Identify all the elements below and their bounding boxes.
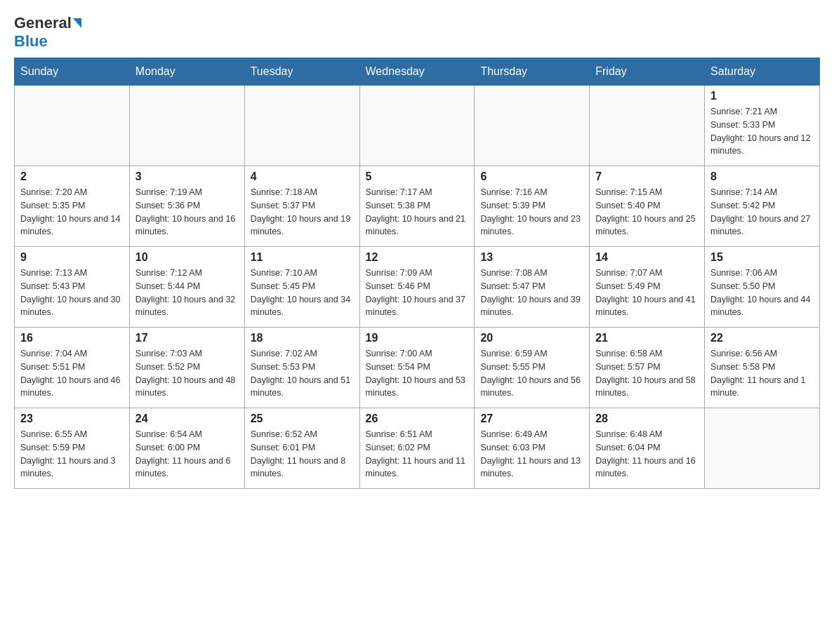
day-info: Sunrise: 7:04 AMSunset: 5:51 PMDaylight:… bbox=[20, 347, 124, 400]
day-number: 17 bbox=[135, 332, 239, 344]
column-header-monday: Monday bbox=[129, 58, 244, 86]
day-number: 12 bbox=[366, 251, 469, 264]
day-info: Sunrise: 6:59 AMSunset: 5:55 PMDaylight:… bbox=[480, 347, 583, 400]
calendar-cell: 19Sunrise: 7:00 AMSunset: 5:54 PMDayligh… bbox=[359, 328, 475, 408]
day-number: 8 bbox=[710, 170, 814, 183]
calendar-cell bbox=[705, 408, 820, 489]
day-info: Sunrise: 7:00 AMSunset: 5:54 PMDaylight:… bbox=[366, 347, 469, 400]
day-info: Sunrise: 6:55 AMSunset: 5:59 PMDaylight:… bbox=[20, 428, 124, 481]
logo-arrow-icon bbox=[73, 18, 81, 28]
day-info: Sunrise: 6:51 AMSunset: 6:02 PMDaylight:… bbox=[366, 428, 469, 481]
day-info: Sunrise: 7:06 AMSunset: 5:50 PMDaylight:… bbox=[710, 267, 814, 319]
day-number: 25 bbox=[251, 412, 354, 425]
day-number: 27 bbox=[480, 412, 583, 425]
day-number: 18 bbox=[251, 332, 354, 344]
calendar-cell bbox=[129, 86, 244, 166]
day-number: 10 bbox=[135, 251, 239, 264]
day-info: Sunrise: 7:03 AMSunset: 5:52 PMDaylight:… bbox=[135, 347, 239, 400]
day-info: Sunrise: 7:02 AMSunset: 5:53 PMDaylight:… bbox=[251, 347, 354, 400]
day-number: 19 bbox=[366, 332, 469, 344]
calendar-table: SundayMondayTuesdayWednesdayThursdayFrid… bbox=[14, 58, 820, 489]
day-number: 21 bbox=[595, 332, 699, 344]
day-number: 23 bbox=[20, 412, 124, 425]
calendar-cell: 18Sunrise: 7:02 AMSunset: 5:53 PMDayligh… bbox=[244, 328, 359, 408]
day-info: Sunrise: 6:58 AMSunset: 5:57 PMDaylight:… bbox=[595, 347, 699, 400]
week-row-1: 1Sunrise: 7:21 AMSunset: 5:33 PMDaylight… bbox=[15, 86, 820, 166]
day-number: 14 bbox=[595, 251, 699, 264]
day-info: Sunrise: 7:14 AMSunset: 5:42 PMDaylight:… bbox=[710, 186, 814, 239]
calendar-cell bbox=[15, 86, 130, 166]
column-header-friday: Friday bbox=[590, 58, 705, 86]
calendar-cell bbox=[590, 86, 705, 166]
day-number: 22 bbox=[710, 332, 814, 344]
calendar-cell: 8Sunrise: 7:14 AMSunset: 5:42 PMDaylight… bbox=[705, 166, 820, 247]
day-info: Sunrise: 7:09 AMSunset: 5:46 PMDaylight:… bbox=[366, 267, 469, 319]
day-number: 7 bbox=[595, 170, 699, 183]
calendar-cell: 6Sunrise: 7:16 AMSunset: 5:39 PMDaylight… bbox=[475, 166, 590, 247]
day-info: Sunrise: 7:15 AMSunset: 5:40 PMDaylight:… bbox=[595, 186, 699, 239]
calendar-cell: 7Sunrise: 7:15 AMSunset: 5:40 PMDaylight… bbox=[590, 166, 705, 247]
day-info: Sunrise: 7:19 AMSunset: 5:36 PMDaylight:… bbox=[135, 186, 239, 239]
week-row-3: 9Sunrise: 7:13 AMSunset: 5:43 PMDaylight… bbox=[15, 247, 820, 328]
calendar-cell bbox=[244, 86, 359, 166]
calendar-cell: 26Sunrise: 6:51 AMSunset: 6:02 PMDayligh… bbox=[359, 408, 475, 489]
calendar-cell: 4Sunrise: 7:18 AMSunset: 5:37 PMDaylight… bbox=[244, 166, 359, 247]
day-number: 16 bbox=[20, 332, 124, 344]
calendar-cell: 13Sunrise: 7:08 AMSunset: 5:47 PMDayligh… bbox=[475, 247, 590, 328]
column-header-wednesday: Wednesday bbox=[359, 58, 475, 86]
calendar-cell: 9Sunrise: 7:13 AMSunset: 5:43 PMDaylight… bbox=[15, 247, 130, 328]
day-info: Sunrise: 7:16 AMSunset: 5:39 PMDaylight:… bbox=[480, 186, 583, 239]
calendar-cell: 17Sunrise: 7:03 AMSunset: 5:52 PMDayligh… bbox=[129, 328, 244, 408]
day-number: 26 bbox=[366, 412, 469, 425]
calendar-header-row: SundayMondayTuesdayWednesdayThursdayFrid… bbox=[15, 58, 820, 86]
day-number: 5 bbox=[366, 170, 469, 183]
day-info: Sunrise: 7:10 AMSunset: 5:45 PMDaylight:… bbox=[251, 267, 354, 319]
logo-general: General bbox=[14, 14, 72, 32]
day-number: 1 bbox=[710, 90, 814, 102]
column-header-saturday: Saturday bbox=[705, 58, 820, 86]
calendar-cell bbox=[359, 86, 475, 166]
day-info: Sunrise: 7:20 AMSunset: 5:35 PMDaylight:… bbox=[20, 186, 124, 239]
calendar-cell: 10Sunrise: 7:12 AMSunset: 5:44 PMDayligh… bbox=[129, 247, 244, 328]
day-info: Sunrise: 7:18 AMSunset: 5:37 PMDaylight:… bbox=[251, 186, 354, 239]
day-number: 4 bbox=[251, 170, 354, 183]
calendar-cell: 1Sunrise: 7:21 AMSunset: 5:33 PMDaylight… bbox=[705, 86, 820, 166]
logo-blue: Blue bbox=[14, 32, 48, 51]
calendar-cell bbox=[475, 86, 590, 166]
calendar-cell: 2Sunrise: 7:20 AMSunset: 5:35 PMDaylight… bbox=[15, 166, 130, 247]
calendar-cell: 20Sunrise: 6:59 AMSunset: 5:55 PMDayligh… bbox=[475, 328, 590, 408]
calendar-cell: 5Sunrise: 7:17 AMSunset: 5:38 PMDaylight… bbox=[359, 166, 475, 247]
day-number: 15 bbox=[710, 251, 814, 264]
day-number: 2 bbox=[20, 170, 124, 183]
calendar-cell: 22Sunrise: 6:56 AMSunset: 5:58 PMDayligh… bbox=[705, 328, 820, 408]
day-info: Sunrise: 7:17 AMSunset: 5:38 PMDaylight:… bbox=[366, 186, 469, 239]
calendar-cell: 12Sunrise: 7:09 AMSunset: 5:46 PMDayligh… bbox=[359, 247, 475, 328]
column-header-tuesday: Tuesday bbox=[244, 58, 359, 86]
page-header: General Blue bbox=[14, 14, 820, 51]
day-number: 3 bbox=[135, 170, 239, 183]
week-row-4: 16Sunrise: 7:04 AMSunset: 5:51 PMDayligh… bbox=[15, 328, 820, 408]
day-number: 20 bbox=[480, 332, 583, 344]
day-number: 9 bbox=[20, 251, 124, 264]
day-info: Sunrise: 7:07 AMSunset: 5:49 PMDaylight:… bbox=[595, 267, 699, 319]
day-info: Sunrise: 6:56 AMSunset: 5:58 PMDaylight:… bbox=[710, 347, 814, 400]
calendar-cell: 11Sunrise: 7:10 AMSunset: 5:45 PMDayligh… bbox=[244, 247, 359, 328]
calendar-cell: 14Sunrise: 7:07 AMSunset: 5:49 PMDayligh… bbox=[590, 247, 705, 328]
week-row-2: 2Sunrise: 7:20 AMSunset: 5:35 PMDaylight… bbox=[15, 166, 820, 247]
calendar-cell: 24Sunrise: 6:54 AMSunset: 6:00 PMDayligh… bbox=[129, 408, 244, 489]
day-info: Sunrise: 7:13 AMSunset: 5:43 PMDaylight:… bbox=[20, 267, 124, 319]
week-row-5: 23Sunrise: 6:55 AMSunset: 5:59 PMDayligh… bbox=[15, 408, 820, 489]
calendar-cell: 28Sunrise: 6:48 AMSunset: 6:04 PMDayligh… bbox=[590, 408, 705, 489]
day-number: 28 bbox=[595, 412, 699, 425]
calendar-cell: 16Sunrise: 7:04 AMSunset: 5:51 PMDayligh… bbox=[15, 328, 130, 408]
day-info: Sunrise: 6:54 AMSunset: 6:00 PMDaylight:… bbox=[135, 428, 239, 481]
day-number: 11 bbox=[251, 251, 354, 264]
day-info: Sunrise: 7:12 AMSunset: 5:44 PMDaylight:… bbox=[135, 267, 239, 319]
calendar-cell: 23Sunrise: 6:55 AMSunset: 5:59 PMDayligh… bbox=[15, 408, 130, 489]
day-info: Sunrise: 6:52 AMSunset: 6:01 PMDaylight:… bbox=[251, 428, 354, 481]
day-info: Sunrise: 7:21 AMSunset: 5:33 PMDaylight:… bbox=[710, 105, 814, 158]
calendar-cell: 21Sunrise: 6:58 AMSunset: 5:57 PMDayligh… bbox=[590, 328, 705, 408]
calendar-cell: 27Sunrise: 6:49 AMSunset: 6:03 PMDayligh… bbox=[475, 408, 590, 489]
logo: General Blue bbox=[14, 14, 81, 51]
calendar-cell: 25Sunrise: 6:52 AMSunset: 6:01 PMDayligh… bbox=[244, 408, 359, 489]
